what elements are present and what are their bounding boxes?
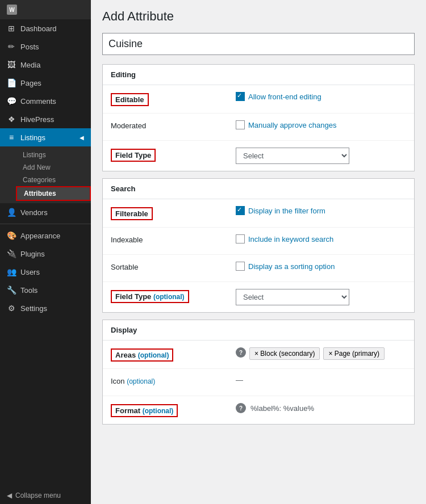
dashboard-icon: ⊞	[7, 24, 16, 33]
listings-icon: ≡	[7, 133, 16, 142]
sidebar-sub-add-new[interactable]: Add New	[16, 161, 91, 174]
sidebar-item-tools[interactable]: 🔧 Tools	[0, 281, 91, 299]
icon-row: Icon (optional) —	[103, 369, 414, 396]
main-content: Add Attribute Editing Editable Allow fro…	[91, 0, 426, 504]
icon-value-text: —	[236, 376, 243, 384]
sidebar-item-plugins[interactable]: 🔌 Plugins	[0, 245, 91, 263]
icon-label-text: Icon (optional)	[111, 377, 155, 385]
indexable-row: Indexable Include in keyword search	[103, 228, 414, 255]
indexable-checkbox[interactable]	[236, 234, 245, 243]
format-row: Format (optional) ? %label%: %value%	[103, 396, 414, 424]
editing-field-type-value: Select	[236, 148, 406, 164]
search-field-type-optional: (optional)	[153, 293, 185, 301]
moderated-checkbox[interactable]	[236, 120, 245, 129]
sidebar-logo: W	[0, 0, 91, 19]
moderated-checkbox-label[interactable]: Manually approve changes	[248, 121, 336, 129]
editable-value: Allow front-end editing	[236, 92, 406, 101]
icon-optional: (optional)	[127, 377, 155, 385]
areas-row: Areas (optional) ? × Block (secondary) ×…	[103, 341, 414, 369]
moderated-checkbox-row: Manually approve changes	[236, 120, 336, 129]
indexable-checkbox-label[interactable]: Include in keyword search	[248, 235, 333, 243]
format-label: Format (optional)	[111, 403, 236, 417]
search-field-type-label: Field Type (optional)	[111, 289, 236, 303]
search-field-type-label-text: Field Type (optional)	[111, 290, 189, 303]
icon-label: Icon (optional)	[111, 376, 236, 385]
format-optional: (optional)	[143, 407, 174, 415]
hivepress-icon: ❖	[7, 115, 16, 124]
editing-field-type-select[interactable]: Select	[236, 148, 349, 164]
editable-row: Editable Allow front-end editing	[103, 85, 414, 114]
attribute-name-input[interactable]	[102, 33, 415, 55]
collapse-icon: ◀	[7, 492, 12, 499]
posts-icon: ✏	[7, 42, 16, 51]
filterable-checkbox[interactable]	[236, 206, 245, 215]
search-field-type-select[interactable]: Select	[236, 289, 349, 305]
search-header: Search	[103, 179, 414, 199]
sidebar-item-settings[interactable]: ⚙ Settings	[0, 299, 91, 317]
format-label-text: Format (optional)	[111, 404, 178, 417]
areas-help-icon[interactable]: ?	[236, 347, 246, 358]
sidebar-sub-attributes[interactable]: Attributes	[16, 186, 91, 201]
plugins-icon: 🔌	[7, 249, 16, 258]
icon-value: —	[236, 376, 406, 384]
sidebar-sub-listings[interactable]: Listings	[16, 149, 91, 161]
listings-arrow: ◀	[80, 135, 84, 141]
filterable-label: Filterable	[111, 206, 236, 220]
sortable-checkbox-label[interactable]: Display as a sorting option	[248, 262, 335, 271]
search-field-type-row: Field Type (optional) Select	[103, 282, 414, 312]
sidebar-item-pages[interactable]: 📄 Pages	[0, 74, 91, 92]
editing-field-type-label: Field Type	[111, 148, 236, 162]
areas-tag-1[interactable]: × Block (secondary)	[249, 347, 320, 360]
sidebar-item-vendors[interactable]: 👤 Vendors	[0, 203, 91, 221]
editing-section: Editing Editable Allow front-end editing…	[102, 64, 415, 171]
indexable-label-text: Indexable	[111, 236, 143, 244]
editable-checkbox-label[interactable]: Allow front-end editing	[248, 93, 321, 101]
appearance-icon: 🎨	[7, 231, 16, 240]
sortable-label-text: Sortable	[111, 263, 138, 271]
sortable-value: Display as a sorting option	[236, 262, 406, 271]
wordpress-logo: W	[7, 5, 17, 15]
format-help-icon[interactable]: ?	[236, 403, 246, 413]
sidebar-sub-categories[interactable]: Categories	[16, 174, 91, 186]
search-section: Search Filterable Display in the filter …	[102, 178, 415, 313]
sortable-checkbox[interactable]	[236, 262, 245, 271]
sidebar-item-posts[interactable]: ✏ Posts	[0, 37, 91, 56]
display-section: Display Areas (optional) ? × Block (seco…	[102, 320, 415, 425]
editable-checkbox-row: Allow front-end editing	[236, 92, 321, 101]
search-field-type-value: Select	[236, 289, 406, 305]
areas-label: Areas (optional)	[111, 347, 236, 362]
vendors-icon: 👤	[7, 208, 16, 217]
sidebar-item-dashboard[interactable]: ⊞ Dashboard	[0, 19, 91, 37]
sortable-checkbox-row: Display as a sorting option	[236, 262, 335, 271]
filterable-checkbox-label[interactable]: Display in the filter form	[248, 207, 325, 215]
tools-icon: 🔧	[7, 285, 16, 295]
editing-field-type-label-text: Field Type	[111, 149, 156, 162]
sidebar: W ⊞ Dashboard ✏ Posts 🖼 Media 📄 Pages 💬 …	[0, 0, 91, 504]
sidebar-item-hivepress[interactable]: ❖ HivePress	[0, 110, 91, 128]
editing-header: Editing	[103, 65, 414, 85]
collapse-menu-button[interactable]: ◀ Collapse menu	[0, 487, 91, 504]
comments-icon: 💬	[7, 96, 16, 106]
moderated-label: Moderated	[111, 120, 236, 130]
format-value: ? %label%: %value%	[236, 403, 406, 413]
sortable-row: Sortable Display as a sorting option	[103, 255, 414, 282]
pages-icon: 📄	[7, 78, 16, 87]
sidebar-item-users[interactable]: 👥 Users	[0, 263, 91, 281]
editing-field-type-row: Field Type Select	[103, 141, 414, 171]
sidebar-item-comments[interactable]: 💬 Comments	[0, 92, 91, 110]
filterable-row: Filterable Display in the filter form	[103, 199, 414, 228]
indexable-value: Include in keyword search	[236, 234, 406, 243]
sidebar-item-appearance[interactable]: 🎨 Appearance	[0, 226, 91, 245]
indexable-checkbox-row: Include in keyword search	[236, 234, 333, 243]
sidebar-item-listings[interactable]: ≡ Listings ◀	[0, 128, 91, 146]
editable-label-text: Editable	[111, 93, 149, 106]
sidebar-item-media[interactable]: 🖼 Media	[0, 56, 91, 74]
editable-checkbox[interactable]	[236, 92, 245, 101]
areas-label-text: Areas (optional)	[111, 348, 173, 362]
listings-submenu: Listings Add New Categories Attributes	[0, 146, 91, 203]
filterable-checkbox-row: Display in the filter form	[236, 206, 325, 215]
media-icon: 🖼	[7, 60, 16, 69]
areas-tag-2[interactable]: × Page (primary)	[323, 347, 385, 360]
page-title: Add Attribute	[102, 9, 415, 24]
sortable-label: Sortable	[111, 262, 236, 271]
